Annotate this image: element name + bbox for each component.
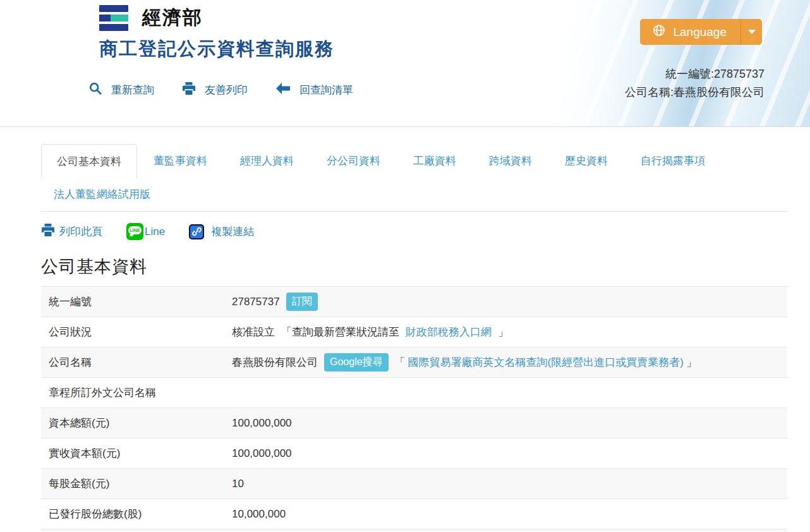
company-name-value: 春燕股份有限公司 [232, 355, 318, 370]
language-dropdown-toggle[interactable] [740, 19, 762, 45]
par-value-value: 10 [232, 478, 244, 490]
tab-corporate-network-trial[interactable]: 法人董監網絡試用版 [54, 178, 153, 211]
row-label: 公司名稱 [41, 355, 232, 370]
row-label: 公司狀況 [41, 325, 232, 339]
logo-bar [99, 24, 128, 31]
table-row: 公司名稱 春燕股份有限公司 Google搜尋 「 國際貿易署廠商英文名稱查詢(限… [41, 348, 787, 378]
language-label: Language [673, 25, 727, 39]
agency-name: 經濟部 [142, 5, 203, 31]
line-share-label: Line [145, 226, 165, 238]
row-label: 章程所訂外文公司名稱 [41, 385, 232, 400]
tab-branches[interactable]: 分公司資料 [311, 144, 396, 178]
line-share-link[interactable]: LINE Line [126, 223, 165, 240]
table-row: 章程所訂外文公司名稱 [41, 378, 787, 408]
table-row: 已發行股份總數(股) 10,000,000 [41, 499, 787, 529]
printer-icon [182, 82, 196, 99]
row-label: 已發行股份總數(股) [41, 507, 232, 521]
tab-company-basic[interactable]: 公司基本資料 [41, 144, 137, 178]
company-basic-table: 統一編號 27875737 訂閱 公司狀況 核准設立 「查詢最新營業狀況請至 財… [41, 286, 787, 532]
copy-link-icon [189, 224, 204, 239]
tab-factories[interactable]: 工廠資料 [398, 144, 471, 178]
tab-self-disclosure[interactable]: 自行揭露事項 [626, 144, 720, 178]
section-heading: 公司基本資料 [41, 255, 787, 278]
paid-in-capital-value: 100,000,000 [232, 447, 292, 460]
row-label: 每股金額(元) [41, 476, 232, 491]
tab-cross-domain[interactable]: 跨域資料 [474, 144, 547, 178]
status-note-suffix: 」 [498, 325, 509, 339]
status-note-prefix: 「查詢最新營業狀況請至 [281, 325, 399, 339]
requery-link[interactable]: 重新查詢 [88, 82, 154, 99]
uniform-id-value: 27875737 [232, 296, 280, 308]
line-icon: LINE [126, 223, 143, 240]
table-row: 公司狀況 核准設立 「查詢最新營業狀況請至 財政部稅務入口網 」 [41, 317, 787, 348]
row-label: 實收資本額(元) [41, 446, 232, 461]
table-row-partial [41, 529, 787, 532]
table-row: 每股金額(元) 10 [41, 469, 787, 499]
tab-directors[interactable]: 董監事資料 [138, 144, 222, 178]
search-icon [88, 82, 102, 99]
site-header: 經濟部 商工登記公示資料查詢服務 重新查詢 友善列印 [0, 0, 810, 126]
logo-bar [99, 5, 128, 12]
row-label: 資本總額(元) [41, 416, 232, 430]
table-row: 資本總額(元) 100,000,000 [41, 408, 787, 438]
bracket-close: 」 [686, 355, 697, 370]
issued-shares-value: 10,000,000 [232, 508, 286, 521]
language-button[interactable]: Language [640, 19, 762, 45]
back-arrow-icon [275, 82, 291, 98]
main-content: 公司基本資料 董監事資料 經理人資料 分公司資料 工廠資料 跨域資料 歷史資料 … [0, 144, 810, 532]
row-label: 統一編號 [41, 294, 232, 309]
requery-label: 重新查詢 [111, 83, 154, 97]
friendly-print-label: 友善列印 [205, 83, 248, 97]
language-control: Language [640, 19, 762, 45]
moea-logo [99, 5, 128, 31]
back-to-list-link[interactable]: 回查詢清單 [275, 82, 353, 99]
print-page-link[interactable]: 列印此頁 [41, 223, 102, 240]
tab-history[interactable]: 歷史資料 [550, 144, 623, 178]
subscribe-button[interactable]: 訂閱 [286, 293, 318, 311]
tab-managers[interactable]: 經理人資料 [225, 144, 309, 178]
mof-tax-portal-link[interactable]: 財政部稅務入口網 [406, 325, 492, 339]
globe-icon [653, 24, 665, 40]
company-status-value: 核准設立 [232, 325, 275, 339]
brand: 經濟部 [99, 5, 203, 31]
uniform-id-text: 統一編號:27875737 [625, 65, 765, 83]
caret-down-icon [748, 30, 756, 34]
table-row: 統一編號 27875737 訂閱 [41, 287, 787, 317]
company-meta: 統一編號:27875737 公司名稱:春燕股份有限公司 [625, 65, 765, 102]
table-row: 實收資本額(元) 100,000,000 [41, 438, 787, 469]
copy-link-label: 複製連結 [211, 224, 254, 239]
google-search-button[interactable]: Google搜尋 [324, 353, 389, 372]
bracket-open: 「 [395, 355, 406, 370]
back-to-list-label: 回查詢清單 [299, 83, 353, 97]
tab-bar: 公司基本資料 董監事資料 經理人資料 分公司資料 工廠資料 跨域資料 歷史資料 … [41, 144, 787, 212]
header-divider [0, 126, 810, 127]
logo-bar [99, 15, 128, 21]
capital-total-value: 100,000,000 [232, 417, 292, 430]
print-page-label: 列印此頁 [59, 224, 102, 239]
company-name-text: 公司名稱:春燕股份有限公司 [625, 83, 765, 102]
copy-link-link[interactable]: 複製連結 [189, 224, 254, 239]
site-title: 商工登記公示資料查詢服務 [99, 37, 334, 62]
print-page-icon [41, 223, 55, 240]
trade-admin-english-name-link[interactable]: 國際貿易署廠商英文名稱查詢(限經營出進口或買賣業務者) [408, 355, 684, 370]
friendly-print-link[interactable]: 友善列印 [182, 82, 248, 99]
header-actions: 重新查詢 友善列印 回查詢清單 [88, 82, 353, 99]
share-bar: 列印此頁 LINE Line 複製連結 [41, 223, 787, 240]
